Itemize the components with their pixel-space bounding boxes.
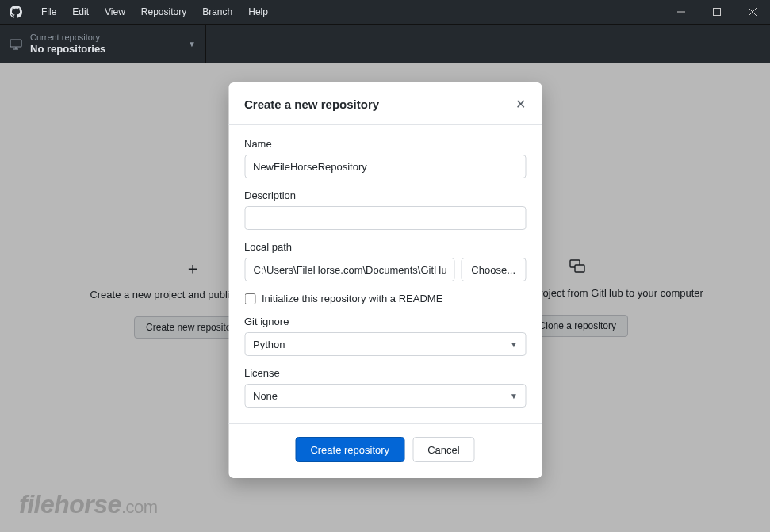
local-path-label: Local path	[244, 241, 526, 253]
svg-rect-1	[713, 9, 720, 16]
choose-path-button[interactable]: Choose...	[461, 258, 526, 281]
readme-checkbox[interactable]	[244, 293, 255, 304]
chevron-down-icon: ▼	[188, 40, 196, 48]
create-repository-modal: Create a new repository ✕ Name Descripti…	[228, 82, 542, 478]
menu-edit[interactable]: Edit	[64, 0, 97, 24]
minimize-button[interactable]	[663, 0, 699, 24]
license-label: License	[244, 367, 526, 379]
modal-header: Create a new repository ✕	[228, 82, 542, 125]
name-input[interactable]	[244, 155, 526, 178]
toolbar: Current repository No repositories ▼	[0, 24, 770, 63]
repo-selector-text: Current repository No repositories	[30, 32, 180, 56]
menu-repository[interactable]: Repository	[133, 0, 194, 24]
menu-branch[interactable]: Branch	[194, 0, 240, 24]
license-select[interactable]	[244, 384, 526, 408]
local-path-input[interactable]	[244, 258, 454, 281]
repo-selector-value: No repositories	[30, 43, 180, 56]
menu-file[interactable]: File	[33, 0, 64, 24]
description-input[interactable]	[244, 206, 526, 230]
maximize-button[interactable]	[699, 0, 734, 24]
menu-view[interactable]: View	[97, 0, 133, 24]
modal-title: Create a new repository	[244, 98, 379, 111]
modal-body: Name Description Local path Choose... In…	[228, 125, 542, 423]
menu-help[interactable]: Help	[240, 0, 276, 24]
title-bar: File Edit View Repository Branch Help	[0, 0, 770, 24]
github-logo-icon	[10, 6, 22, 18]
close-button[interactable]	[734, 0, 770, 24]
name-label: Name	[244, 138, 526, 150]
modal-footer: Create repository Cancel	[228, 423, 542, 478]
watermark: filehorse.com	[19, 490, 158, 519]
readme-label: Initialize this repository with a README	[262, 293, 442, 304]
gitignore-select[interactable]	[244, 332, 526, 356]
gitignore-label: Git ignore	[244, 316, 526, 327]
desktop-icon	[10, 38, 22, 51]
repo-selector-label: Current repository	[30, 32, 180, 43]
watermark-tld: .com	[121, 497, 158, 517]
menu-bar: File Edit View Repository Branch Help	[33, 0, 276, 24]
modal-close-button[interactable]: ✕	[515, 97, 526, 112]
cancel-button[interactable]: Cancel	[412, 437, 474, 462]
svg-rect-4	[10, 40, 21, 47]
description-label: Description	[244, 189, 526, 201]
watermark-name: filehorse	[19, 490, 121, 519]
window-controls	[663, 0, 770, 24]
create-repository-button[interactable]: Create repository	[295, 437, 404, 462]
current-repository-selector[interactable]: Current repository No repositories ▼	[0, 25, 206, 63]
